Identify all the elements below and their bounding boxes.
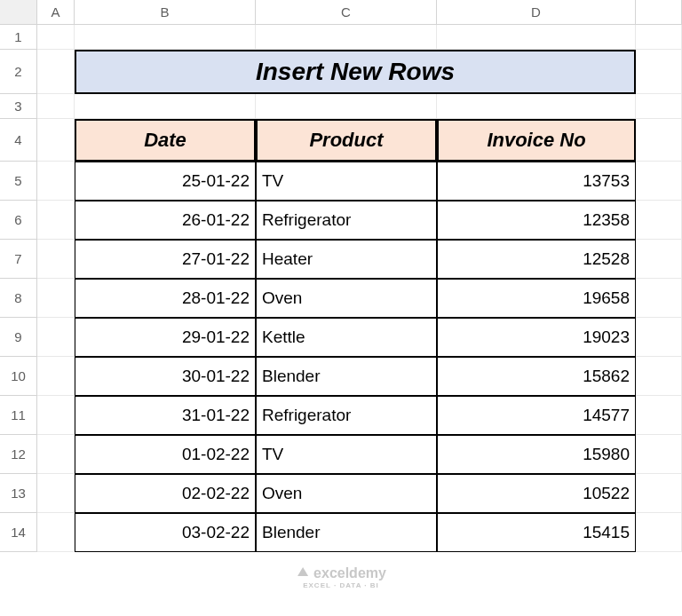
- cell-c1[interactable]: [256, 25, 437, 50]
- header-invoice-label: Invoice No: [487, 129, 585, 152]
- cell-date-14[interactable]: 03-02-22: [75, 513, 256, 552]
- cell-a13[interactable]: [37, 474, 75, 513]
- cell-invoice-14[interactable]: 15415: [437, 513, 636, 552]
- cell-date-13[interactable]: 02-02-22: [75, 474, 256, 513]
- col-header-c[interactable]: C: [256, 0, 437, 25]
- cell-invoice-8[interactable]: 19658: [437, 279, 636, 318]
- title-text: Insert New Rows: [256, 58, 455, 86]
- cell-e3[interactable]: [636, 94, 682, 119]
- cell-a7[interactable]: [37, 240, 75, 279]
- cell-e4[interactable]: [636, 119, 682, 162]
- cell-invoice-11[interactable]: 14577: [437, 396, 636, 435]
- cell-c3[interactable]: [256, 94, 437, 119]
- cell-e11[interactable]: [636, 396, 682, 435]
- row-header-3[interactable]: 3: [0, 94, 37, 119]
- row-header-2[interactable]: 2: [0, 50, 37, 94]
- row-header-10[interactable]: 10: [0, 357, 37, 396]
- cell-a12[interactable]: [37, 435, 75, 474]
- header-product-label: Product: [309, 129, 383, 152]
- cell-product-13[interactable]: Oven: [256, 474, 437, 513]
- cell-product-7[interactable]: Heater: [256, 240, 437, 279]
- cell-e7[interactable]: [636, 240, 682, 279]
- cell-e6[interactable]: [636, 201, 682, 240]
- cell-product-5[interactable]: TV: [256, 162, 437, 201]
- cell-a2[interactable]: [37, 50, 75, 94]
- cell-e10[interactable]: [636, 357, 682, 396]
- watermark: exceldemy EXCEL · DATA · BI: [296, 565, 386, 589]
- col-header-b[interactable]: B: [75, 0, 256, 25]
- cell-invoice-9[interactable]: 19023: [437, 318, 636, 357]
- cell-a9[interactable]: [37, 318, 75, 357]
- cell-invoice-6[interactable]: 12358: [437, 201, 636, 240]
- cell-a14[interactable]: [37, 513, 75, 552]
- cell-d1[interactable]: [437, 25, 636, 50]
- cell-product-14[interactable]: Blender: [256, 513, 437, 552]
- cell-e8[interactable]: [636, 279, 682, 318]
- cell-date-9[interactable]: 29-01-22: [75, 318, 256, 357]
- cell-a6[interactable]: [37, 201, 75, 240]
- header-date[interactable]: Date: [75, 119, 256, 162]
- cell-b1[interactable]: [75, 25, 256, 50]
- watermark-main: exceldemy: [313, 565, 386, 580]
- cell-e1[interactable]: [636, 25, 682, 50]
- cell-invoice-10[interactable]: 15862: [437, 357, 636, 396]
- row-header-1[interactable]: 1: [0, 25, 37, 50]
- cell-e5[interactable]: [636, 162, 682, 201]
- col-header-d[interactable]: D: [437, 0, 636, 25]
- row-header-5[interactable]: 5: [0, 162, 37, 201]
- header-date-label: Date: [144, 129, 186, 152]
- cell-a3[interactable]: [37, 94, 75, 119]
- header-product[interactable]: Product: [256, 119, 437, 162]
- cell-product-9[interactable]: Kettle: [256, 318, 437, 357]
- logo-icon: [296, 565, 310, 582]
- row-header-8[interactable]: 8: [0, 279, 37, 318]
- cell-a5[interactable]: [37, 162, 75, 201]
- cell-product-6[interactable]: Refrigerator: [256, 201, 437, 240]
- cell-product-11[interactable]: Refrigerator: [256, 396, 437, 435]
- cell-invoice-5[interactable]: 13753: [437, 162, 636, 201]
- row-header-7[interactable]: 7: [0, 240, 37, 279]
- cell-e2[interactable]: [636, 50, 682, 94]
- cell-date-11[interactable]: 31-01-22: [75, 396, 256, 435]
- select-all-corner[interactable]: [0, 0, 37, 25]
- cell-a10[interactable]: [37, 357, 75, 396]
- row-header-14[interactable]: 14: [0, 513, 37, 552]
- header-invoice[interactable]: Invoice No: [437, 119, 636, 162]
- cell-e12[interactable]: [636, 435, 682, 474]
- cell-b3[interactable]: [75, 94, 256, 119]
- row-header-13[interactable]: 13: [0, 474, 37, 513]
- row-header-6[interactable]: 6: [0, 201, 37, 240]
- row-header-12[interactable]: 12: [0, 435, 37, 474]
- row-header-9[interactable]: 9: [0, 318, 37, 357]
- cell-date-12[interactable]: 01-02-22: [75, 435, 256, 474]
- cell-invoice-13[interactable]: 10522: [437, 474, 636, 513]
- cell-invoice-7[interactable]: 12528: [437, 240, 636, 279]
- cell-date-5[interactable]: 25-01-22: [75, 162, 256, 201]
- col-header-blank[interactable]: [636, 0, 682, 25]
- cell-invoice-12[interactable]: 15980: [437, 435, 636, 474]
- title-cell[interactable]: Insert New Rows: [75, 50, 636, 94]
- cell-product-12[interactable]: TV: [256, 435, 437, 474]
- cell-e9[interactable]: [636, 318, 682, 357]
- cell-product-8[interactable]: Oven: [256, 279, 437, 318]
- cell-a1[interactable]: [37, 25, 75, 50]
- cell-d3[interactable]: [437, 94, 636, 119]
- cell-date-8[interactable]: 28-01-22: [75, 279, 256, 318]
- cell-product-10[interactable]: Blender: [256, 357, 437, 396]
- cell-a4[interactable]: [37, 119, 75, 162]
- cell-e13[interactable]: [636, 474, 682, 513]
- cell-a8[interactable]: [37, 279, 75, 318]
- cell-e14[interactable]: [636, 513, 682, 552]
- col-header-a[interactable]: A: [37, 0, 75, 25]
- row-header-4[interactable]: 4: [0, 119, 37, 162]
- row-header-11[interactable]: 11: [0, 396, 37, 435]
- cell-date-7[interactable]: 27-01-22: [75, 240, 256, 279]
- cell-date-6[interactable]: 26-01-22: [75, 201, 256, 240]
- watermark-sub: EXCEL · DATA · BI: [296, 582, 386, 589]
- spreadsheet-grid: A B C D 1 2 Insert New Rows 3 4 Date Pro…: [0, 0, 682, 552]
- cell-a11[interactable]: [37, 396, 75, 435]
- cell-date-10[interactable]: 30-01-22: [75, 357, 256, 396]
